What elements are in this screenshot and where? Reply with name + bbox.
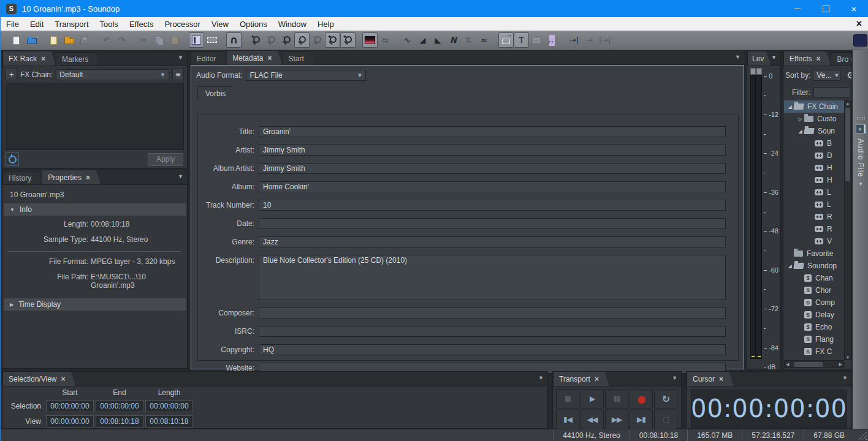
tree-item-custo[interactable]: ▷Custo: [784, 113, 844, 125]
menu-effects[interactable]: Effects: [124, 17, 159, 31]
field-input-genre[interactable]: Jazz: [259, 236, 726, 247]
transport-tab-transport[interactable]: Transport×: [553, 371, 609, 386]
tree-item-r[interactable]: R: [784, 211, 844, 223]
fx-chain-menu-button[interactable]: ≡: [172, 69, 184, 80]
field-input-isrc[interactable]: [259, 326, 726, 337]
gear-icon[interactable]: ⚙: [847, 70, 852, 81]
toolbar-paste-button[interactable]: [167, 32, 182, 48]
horizontal-scroll-thumb[interactable]: [794, 362, 823, 367]
audio-file-strip-label[interactable]: Audio File: [856, 138, 865, 177]
toolbar-zoom-in-horizontal-button[interactable]: +: [340, 32, 356, 48]
fx-rack-tab-markers[interactable]: Markers: [56, 52, 99, 66]
toolbar-amplitude-button[interactable]: ⇅: [461, 32, 476, 48]
close-tab-icon[interactable]: ×: [816, 55, 820, 62]
fx-chain-list[interactable]: [6, 83, 184, 150]
panel-menu-caret[interactable]: ▼: [538, 375, 544, 381]
toolbar-new-project-button[interactable]: [46, 32, 61, 48]
toolbar-snap-toggle-button[interactable]: ∩: [226, 32, 242, 48]
tree-expander-icon[interactable]: ▷: [796, 116, 804, 122]
close-button[interactable]: ×: [840, 0, 868, 17]
tree-item-comp[interactable]: SComp: [784, 296, 844, 309]
apply-button[interactable]: Apply: [148, 153, 183, 166]
add-fx-button[interactable]: +: [6, 69, 17, 80]
time-field-view-start[interactable]: 00:00:00:00: [46, 415, 94, 428]
close-document-icon[interactable]: ×: [856, 18, 862, 29]
minimize-button[interactable]: [783, 0, 812, 17]
toolbar-fade-in-button[interactable]: ◢: [415, 32, 430, 48]
tree-item-chor[interactable]: SChor: [784, 284, 844, 296]
time-field-view-length[interactable]: 00:08:10:18: [145, 415, 193, 428]
field-input-album-artist[interactable]: Jimmy Smith: [259, 163, 726, 174]
tree-item-b[interactable]: B: [784, 137, 844, 149]
go-to-end-button[interactable]: ▶▮: [630, 410, 653, 429]
editor-tab-editor[interactable]: Editor: [191, 51, 226, 65]
panel-menu-caret[interactable]: ▼: [178, 173, 183, 179]
toolbar-marker-bounds-button[interactable]: |→|: [597, 32, 612, 48]
toolbar-open-project-button[interactable]: [61, 32, 77, 48]
panel-menu-caret[interactable]: ▼: [178, 55, 183, 61]
toolbar-zoom-in-button[interactable]: +: [248, 32, 264, 48]
tree-item-favorite[interactable]: Favorite: [784, 247, 844, 260]
info-section-header[interactable]: ▼ Info: [4, 203, 186, 216]
time-field-selection-end[interactable]: 00:00:00:00: [96, 400, 143, 412]
menu-view[interactable]: View: [206, 17, 234, 31]
field-input-description[interactable]: Blue Note Collector's Edition (25 CD) (2…: [259, 255, 726, 300]
stop-button[interactable]: ■: [556, 389, 579, 409]
menu-transport[interactable]: Transport: [49, 17, 94, 31]
tree-item-r[interactable]: R: [784, 223, 844, 235]
time-field-selection-start[interactable]: 00:00:00:00: [46, 400, 94, 412]
close-tab-icon[interactable]: ×: [595, 375, 599, 383]
toolbar-open-file-button[interactable]: [24, 32, 39, 48]
toolbar-stretch-handles-button[interactable]: [544, 32, 560, 48]
toolbar-new-file-button[interactable]: [9, 32, 24, 48]
tree-item-fx-c[interactable]: SFX C: [784, 345, 844, 358]
level-meter[interactable]: 0-12-24-36-48-60-72-84dB: [750, 68, 780, 365]
tree-item-flang[interactable]: SFlang: [784, 333, 844, 345]
toolbar-zoom-out-vertical-button[interactable]: −: [310, 32, 325, 48]
maximize-button[interactable]: [812, 0, 840, 17]
editor-tab-metadata[interactable]: Metadata×: [226, 50, 282, 65]
scroll-left-icon[interactable]: ◀: [786, 362, 789, 367]
audio-file-strip[interactable]: » Audio File ▼: [853, 50, 868, 429]
panel-menu-caret[interactable]: ▼: [672, 375, 677, 381]
fx-rack-tab-fx-rack[interactable]: FX Rack×: [2, 51, 56, 66]
menu-edit[interactable]: Edit: [25, 17, 49, 31]
scroll-right-icon[interactable]: ▶: [839, 362, 842, 367]
toolbar-spectrogram-view-button[interactable]: [362, 32, 378, 48]
menu-tools[interactable]: Tools: [94, 17, 124, 31]
toolbar-fade-out-button[interactable]: ◣: [430, 32, 446, 48]
tree-expander-icon[interactable]: ◢: [786, 263, 794, 269]
properties-tab-properties[interactable]: Properties×: [42, 170, 101, 184]
toolbar-copy-button[interactable]: [151, 32, 167, 48]
pause-button[interactable]: ▮▮: [605, 389, 628, 409]
toolbar-zoom-out-button[interactable]: −: [264, 32, 279, 48]
toolbar-show-ruler-button[interactable]: T: [514, 32, 529, 48]
tree-item-chan[interactable]: SChan: [784, 272, 844, 284]
play-button[interactable]: ▶: [581, 389, 604, 409]
close-tab-icon[interactable]: ×: [86, 174, 90, 181]
tree-item-soundop[interactable]: ◢Soundop: [784, 260, 844, 272]
close-tab-icon[interactable]: ×: [719, 375, 723, 383]
record-standby-button[interactable]: □: [654, 410, 677, 429]
filter-input[interactable]: [813, 87, 850, 98]
selection-view-tab-selection-view[interactable]: Selection/View×: [2, 371, 76, 386]
scroll-down-icon[interactable]: ▼: [846, 355, 850, 360]
properties-tab-history[interactable]: History: [2, 171, 42, 184]
time-field-selection-length[interactable]: 00:00:00:00: [145, 400, 193, 412]
tree-item-soun[interactable]: ◢Soun: [784, 125, 844, 137]
dock-expand-icon[interactable]: »: [856, 124, 866, 134]
vertical-scroll-thumb[interactable]: [845, 108, 850, 181]
menu-processor[interactable]: Processor: [159, 17, 206, 31]
menu-help[interactable]: Help: [312, 17, 340, 31]
toolbar-zoom-out-full-button[interactable]: −: [279, 32, 294, 48]
level-tab-lev[interactable]: Lev: [747, 51, 771, 66]
close-tab-icon[interactable]: ×: [61, 375, 66, 383]
toolbar-envelope-pen-button[interactable]: N: [446, 32, 461, 48]
tree-item-fx-chain[interactable]: ◢FX Chain: [784, 100, 844, 113]
go-to-start-button[interactable]: ▮◀: [556, 410, 579, 429]
field-input-artist[interactable]: Jimmy Smith: [259, 145, 726, 156]
tab-vorbis[interactable]: Vorbis: [197, 86, 237, 100]
tree-expander-icon[interactable]: ◢: [786, 104, 794, 110]
toolbar-range-selection-tool-button[interactable]: [204, 32, 219, 48]
toolbar-swap-channels-button[interactable]: ⇆: [378, 32, 393, 48]
